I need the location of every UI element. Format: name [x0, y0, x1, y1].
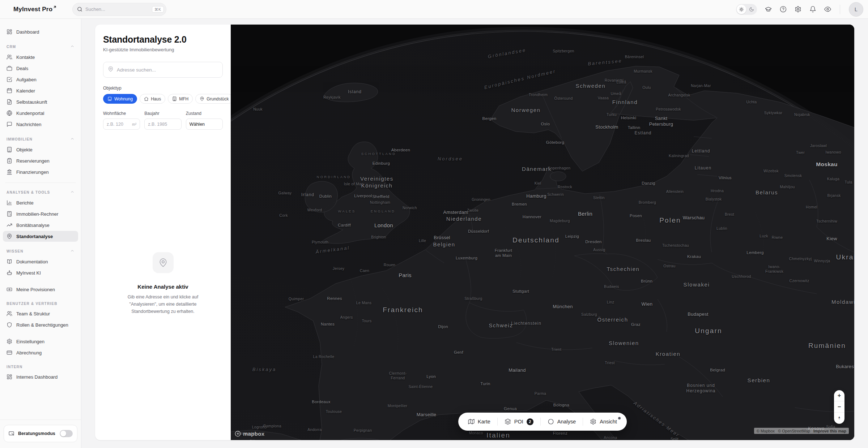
theme-toggle[interactable]: [736, 4, 757, 15]
sidebar-item-dashboard[interactable]: Dashboard: [3, 26, 78, 37]
sidebar-item-bonitätsanalyse[interactable]: Bonitätsanalyse: [3, 220, 78, 231]
map-label-rennes: Rennes: [327, 296, 342, 301]
map-toolbar-karte[interactable]: Karte: [461, 413, 497, 431]
map-label-schweiz: Schweiz: [489, 322, 513, 329]
map-label-logro-o: Logroño: [252, 425, 267, 430]
sidebar-item-kundenportal[interactable]: Kundenportal: [3, 108, 78, 119]
field-input-wrap: [144, 119, 181, 130]
address-search-field[interactable]: [103, 62, 223, 78]
consulting-mode-toggle[interactable]: [60, 430, 73, 437]
map-label-salzburg: Salzburg: [581, 312, 597, 317]
chevron-up-icon[interactable]: [70, 137, 75, 142]
map-label-uchta: Uchta: [746, 100, 757, 104]
sidebar-item-aufgaben[interactable]: Aufgaben: [3, 74, 78, 85]
map-label-iwano-frankiwsk: Iwano- Frankiwsk: [765, 264, 783, 274]
global-search[interactable]: ⌘K: [72, 3, 166, 16]
map-label-czernowitz: Czernowitz: [790, 279, 809, 283]
bell-icon[interactable]: [809, 6, 816, 13]
map-label-jaroslawl: Jaroslawl: [810, 143, 827, 148]
mapbox-logo[interactable]: mapbox: [234, 430, 264, 437]
sidebar-item-internes-dashboard[interactable]: Internes Dashboard: [3, 371, 78, 382]
map-label-twer: Twer: [796, 150, 805, 155]
chevron-up-icon[interactable]: [70, 249, 75, 254]
map-label-belarus: Belarus: [756, 189, 778, 196]
chevron-up-icon[interactable]: [70, 190, 75, 195]
map-label-vilnius: Vilnius: [719, 175, 732, 180]
map-label-sankt-petersburg: Sankt Petersburg: [649, 116, 673, 128]
sidebar-item-reservierungen[interactable]: Reservierungen: [3, 155, 78, 166]
map-label-marseille: Marseille: [417, 412, 437, 418]
attribution-osm-link[interactable]: © OpenStreetMap: [778, 429, 810, 433]
map-label-barentssee: Barentssee: [588, 58, 623, 67]
objekttyp-pill-mfh[interactable]: MFH: [168, 94, 193, 104]
address-input[interactable]: [117, 67, 218, 73]
map-toolbar-ansicht[interactable]: Ansicht: [583, 413, 624, 431]
map-label-estland: Estland: [634, 130, 651, 136]
mapbox-logo-icon: [234, 430, 241, 437]
sidebar-item-abrechnung[interactable]: Abrechnung: [3, 347, 78, 358]
wohnfläche-input[interactable]: [107, 122, 131, 127]
map-label-island: Island: [348, 89, 362, 95]
sidebar-item-nachrichten[interactable]: Nachrichten: [3, 119, 78, 130]
map-toolbar-poi[interactable]: POI2: [498, 413, 540, 431]
map-canvas[interactable]: GrönlandseeSpitzbergenBäreninselEuropäis…: [231, 25, 854, 440]
sidebar-item-finanzierungen[interactable]: Finanzierungen: [3, 167, 78, 177]
search-shortcut-badge: ⌘K: [152, 6, 164, 13]
baujahr-input[interactable]: [148, 122, 178, 127]
map-label-budapest: Budapest: [688, 311, 708, 317]
trend-icon: [7, 222, 12, 228]
user-avatar[interactable]: L: [849, 2, 863, 17]
sidebar-item-dokumentation[interactable]: Dokumentation: [3, 256, 78, 267]
zoom-out-button[interactable]: −: [834, 401, 844, 413]
map-label-edinburg: Edinburg: [373, 161, 390, 166]
dark-mode-button[interactable]: [747, 5, 756, 14]
map-label-bergen: Bergen: [482, 116, 497, 121]
sidebar-item-objekte[interactable]: Objekte: [3, 144, 78, 155]
sidebar-item-kalender[interactable]: Kalender: [3, 85, 78, 96]
light-mode-button[interactable]: [737, 5, 746, 14]
sidebar-item-immobilien-rechner[interactable]: Immobilien-Rechner: [3, 208, 78, 219]
map-label-brighton: Brighton: [371, 235, 386, 240]
help-icon[interactable]: [780, 6, 787, 13]
chevron-up-icon[interactable]: [70, 44, 75, 49]
map-label-rouen: Rouen: [384, 263, 395, 267]
sidebar-item-meine-provisionen[interactable]: Meine Provisionen: [3, 284, 78, 295]
sidebar-section-wissen: WISSEN: [7, 249, 75, 254]
zoom-in-button[interactable]: +: [834, 390, 844, 401]
attribution-mapbox-link[interactable]: © Mapbox: [757, 429, 775, 433]
search-input[interactable]: [85, 7, 149, 12]
map-label-wizebsk: Wizebsk: [763, 169, 779, 173]
map-label-kroatien: Kroatien: [656, 351, 681, 358]
sidebar-item-deals[interactable]: Deals: [3, 63, 78, 74]
objekttyp-pill-grundstück[interactable]: Grundstück: [195, 94, 233, 104]
sidebar-item-rollen-berechtigungen[interactable]: Rollen & Berechtigungen: [3, 319, 78, 330]
objekttyp-pill-wohnung[interactable]: Wohnung: [103, 94, 137, 104]
map-label-rovaniemi: Rovaniemi: [605, 78, 624, 83]
sidebar-item-myinvest-ki[interactable]: MyInvest KI: [3, 267, 78, 278]
objekttyp-pill-haus[interactable]: Haus: [140, 94, 165, 104]
sidebar-item-einstellungen[interactable]: Einstellungen: [3, 336, 78, 347]
academy-icon[interactable]: [765, 6, 772, 13]
sidebar-item-team-struktur[interactable]: Team & Struktur: [3, 308, 78, 319]
consulting-mode-label: Beratungsmodus: [18, 431, 56, 436]
sidebar-item-standortanalyse[interactable]: Standortanalyse: [3, 231, 78, 242]
settings-icon[interactable]: [795, 6, 801, 13]
compass-button[interactable]: ▲▼: [834, 413, 844, 424]
attribution-improve-link[interactable]: Improve this map: [813, 429, 846, 433]
map-label-tschechien: Tschechien: [607, 266, 639, 273]
sidebar-item-selbstauskunft[interactable]: Selbstauskunft: [3, 96, 78, 107]
eye-icon[interactable]: [824, 6, 831, 13]
map-pin-icon: [108, 66, 114, 73]
sidebar-item-label: Finanzierungen: [16, 169, 49, 175]
map-label-luxemburg: Luxemburg: [456, 255, 477, 260]
map-label-deutschland: Deutschland: [512, 236, 559, 245]
map-toolbar-analyse[interactable]: Analyse: [541, 413, 583, 431]
page-title: Standortanalyse 2.0: [103, 34, 223, 45]
map-label-iwanowo: Iwanowo: [825, 150, 841, 155]
sidebar-item-kontakte[interactable]: Kontakte: [3, 52, 78, 63]
sidebar-item-berichte[interactable]: Berichte: [3, 197, 78, 208]
chart-icon: [7, 200, 12, 206]
map-label-grönlandsee: Grönlandsee: [488, 47, 527, 60]
map-label-bromberg: Bromberg: [639, 200, 656, 205]
zustand-select[interactable]: Wählen: [186, 119, 223, 130]
